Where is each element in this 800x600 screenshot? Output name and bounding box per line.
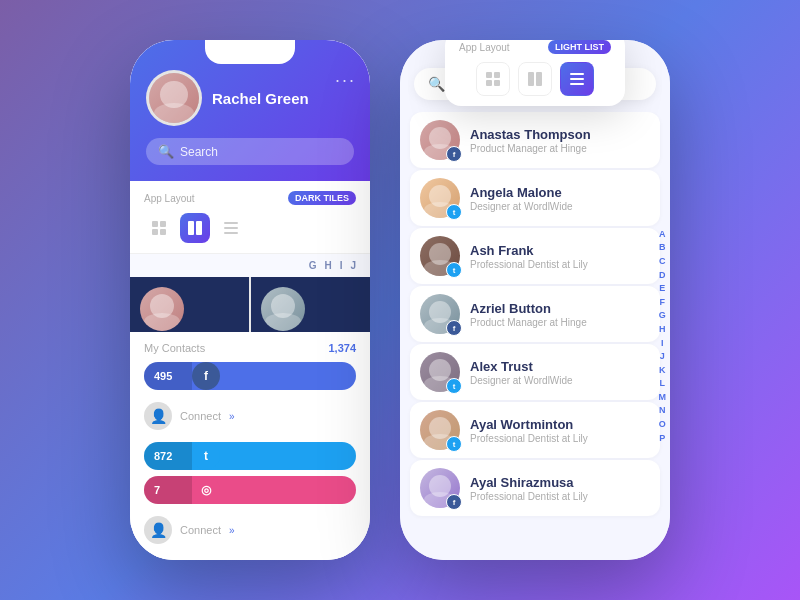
svg-rect-5: [196, 221, 202, 235]
alpha-J[interactable]: J: [659, 350, 667, 363]
contact-sub: Product Manager at Hinge: [470, 143, 650, 154]
alpha-E[interactable]: E: [659, 282, 667, 295]
connect-avatar-2: 👤: [144, 516, 172, 544]
app-layout-section: App Layout DARK TILES: [130, 181, 370, 254]
alpha-P[interactable]: P: [659, 432, 667, 445]
alpha-N[interactable]: N: [659, 404, 667, 417]
alpha-D[interactable]: D: [659, 269, 667, 282]
avatar[interactable]: [146, 70, 202, 126]
alpha-J[interactable]: J: [350, 260, 356, 271]
contact-azriel[interactable]: f Azriel Button Product Manager at Hinge: [410, 286, 660, 342]
social-badge-fb: f: [446, 320, 462, 336]
phone-notch: [205, 40, 295, 64]
svg-rect-7: [224, 227, 238, 229]
contact-ayal-s[interactable]: f Ayal Shirazmusa Professional Dentist a…: [410, 460, 660, 516]
layout-grid2-button[interactable]: [180, 213, 210, 243]
contact-sub: Product Manager at Hinge: [470, 317, 650, 328]
social-badge-tw: t: [446, 204, 462, 220]
alpha-G[interactable]: G: [659, 309, 667, 322]
tile-anastas[interactable]: Anastas Thomp... Product Manager a...San…: [130, 277, 249, 332]
facebook-icon: f: [192, 362, 220, 390]
layout-grid4-button[interactable]: [144, 213, 174, 243]
popup-layout-label: App Layout: [459, 42, 510, 53]
contacts-panel: My Contacts 1,374 495 f 👤 Connect » 872: [130, 332, 370, 560]
contact-avatar-wrap: f: [420, 120, 460, 160]
svg-rect-6: [224, 222, 238, 224]
svg-rect-2: [152, 229, 158, 235]
contact-alex[interactable]: t Alex Trust Designer at WordlWide: [410, 344, 660, 400]
layout-badge: DARK TILES: [288, 191, 356, 205]
svg-rect-4: [188, 221, 194, 235]
alpha-F[interactable]: F: [659, 296, 667, 309]
layout-popup: App Layout LIGHT LIST: [445, 40, 625, 106]
alpha-K[interactable]: K: [659, 364, 667, 377]
contact-name: Anastas Thompson: [470, 127, 650, 142]
tile-azriel[interactable]: Azriel Button Designer LinkedInSan Franc…: [251, 277, 370, 332]
svg-rect-9: [486, 72, 492, 78]
svg-rect-15: [570, 73, 584, 75]
fb-count: 495: [144, 362, 192, 390]
popup-layout-badge: LIGHT LIST: [548, 40, 611, 54]
svg-rect-17: [570, 83, 584, 85]
popup-grid2-button[interactable]: [518, 62, 552, 96]
svg-rect-8: [224, 232, 238, 234]
connect-row: 👤 Connect »: [144, 396, 356, 436]
contact-name: Ayal Wortminton: [470, 417, 650, 432]
contact-info: Angela Malone Designer at WordlWide: [470, 185, 650, 212]
contact-anastas[interactable]: f Anastas Thompson Product Manager at Hi…: [410, 112, 660, 168]
alpha-I[interactable]: I: [340, 260, 343, 271]
svg-rect-10: [494, 72, 500, 78]
alpha-O[interactable]: O: [659, 418, 667, 431]
connect-link[interactable]: »: [229, 411, 235, 422]
social-badge-tw: t: [446, 436, 462, 452]
alpha-B[interactable]: B: [659, 241, 667, 254]
connect-link-2[interactable]: »: [229, 525, 235, 536]
contact-sub: Professional Dentist at Lily: [470, 433, 650, 444]
contact-info: Azriel Button Product Manager at Hinge: [470, 301, 650, 328]
twitter-row[interactable]: 872 t: [144, 442, 356, 470]
layout-list-button[interactable]: [216, 213, 246, 243]
contact-name: Ash Frank: [470, 243, 650, 258]
alpha-G[interactable]: G: [309, 260, 317, 271]
popup-grid4-button[interactable]: [476, 62, 510, 96]
connect-text: Connect: [180, 410, 221, 422]
contact-ayal-w[interactable]: t Ayal Wortminton Professional Dentist a…: [410, 402, 660, 458]
left-phone: Rachel Green ··· 🔍 Search App Layout DAR…: [130, 40, 370, 560]
alpha-C[interactable]: C: [659, 255, 667, 268]
svg-rect-14: [536, 72, 542, 86]
alpha-H[interactable]: H: [659, 323, 667, 336]
contact-sub: Designer at WordlWide: [470, 201, 650, 212]
svg-rect-0: [152, 221, 158, 227]
contact-name: Angela Malone: [470, 185, 650, 200]
facebook-row[interactable]: 495 f: [144, 362, 356, 390]
alpha-H[interactable]: H: [324, 260, 331, 271]
contact-sub: Designer at WordlWide: [470, 375, 650, 386]
contact-info: Ayal Wortminton Professional Dentist at …: [470, 417, 650, 444]
my-contacts-label: My Contacts: [144, 342, 205, 354]
svg-rect-3: [160, 229, 166, 235]
contact-name: Ayal Shirazmusa: [470, 475, 650, 490]
contact-avatar-wrap: t: [420, 352, 460, 392]
search-icon: 🔍: [158, 144, 174, 159]
search-bar-left[interactable]: 🔍 Search: [146, 138, 354, 165]
dribbble-icon: ◎: [192, 476, 220, 504]
popup-list-button[interactable]: [560, 62, 594, 96]
search-label: Search: [180, 145, 218, 159]
svg-rect-12: [494, 80, 500, 86]
svg-rect-1: [160, 221, 166, 227]
contact-sub: Professional Dentist at Lily: [470, 259, 650, 270]
layout-label: App Layout: [144, 193, 195, 204]
contact-list: f Anastas Thompson Product Manager at Hi…: [400, 112, 670, 560]
social-badge-fb: f: [446, 494, 462, 510]
dribbble-row[interactable]: 7 ◎: [144, 476, 356, 504]
user-name: Rachel Green: [212, 90, 309, 107]
contact-angela[interactable]: t Angela Malone Designer at WordlWide: [410, 170, 660, 226]
alpha-M[interactable]: M: [659, 391, 667, 404]
contact-name: Alex Trust: [470, 359, 650, 374]
alpha-L[interactable]: L: [659, 377, 667, 390]
more-options-icon[interactable]: ···: [335, 70, 356, 91]
alpha-I[interactable]: I: [659, 337, 667, 350]
alpha-A[interactable]: A: [659, 228, 667, 241]
contact-ash[interactable]: t Ash Frank Professional Dentist at Lily: [410, 228, 660, 284]
connect-avatar: 👤: [144, 402, 172, 430]
